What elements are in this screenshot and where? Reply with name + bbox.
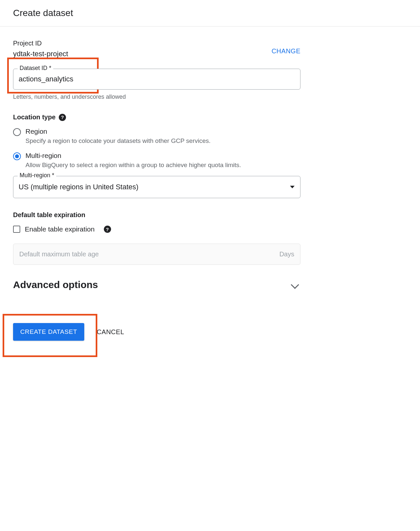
cancel-button[interactable]: CANCEL [97,328,124,336]
dropdown-arrow-icon [290,186,295,188]
location-type-heading: Location type [13,113,56,121]
radio-multiregion-desc: Allow BigQuery to select a region within… [25,162,241,169]
table-age-input[interactable]: Default maximum table age Days [13,244,300,265]
dataset-id-helper: Letters, numbers, and underscores allowe… [13,94,300,100]
expiration-heading: Default table expiration [13,211,85,219]
radio-multiregion-label: Multi-region [25,152,241,160]
advanced-options-heading: Advanced options [13,279,98,290]
project-id-label: Project ID [13,40,68,47]
multi-region-value: US (multiple regions in United States) [19,183,138,191]
radio-multi-region[interactable]: Multi-region Allow BigQuery to select a … [13,152,300,169]
radio-region-desc: Specify a region to colocate your datase… [25,137,211,145]
radio-icon-unselected [13,128,21,136]
create-dataset-button[interactable]: CREATE DATASET [13,323,84,341]
table-age-unit: Days [279,250,294,258]
help-icon[interactable]: ? [59,114,66,121]
multi-region-select[interactable]: US (multiple regions in United States) [13,176,300,198]
change-project-button[interactable]: CHANGE [271,40,300,55]
dataset-id-input[interactable] [13,69,300,90]
radio-region[interactable]: Region Specify a region to colocate your… [13,128,300,145]
radio-region-label: Region [25,128,211,135]
multi-region-legend: Multi-region * [18,172,56,179]
page-title: Create dataset [0,0,420,26]
enable-expiration-checkbox[interactable] [13,226,20,233]
radio-icon-selected [13,152,21,160]
table-age-placeholder: Default maximum table age [19,250,99,258]
help-icon[interactable]: ? [104,226,111,233]
chevron-down-icon [291,281,299,289]
enable-expiration-label: Enable table expiration [25,225,95,233]
advanced-options-toggle[interactable]: Advanced options [13,279,300,290]
dataset-id-legend: Dataset ID * [18,65,53,72]
project-id-value: ydtak-test-project [13,50,68,58]
